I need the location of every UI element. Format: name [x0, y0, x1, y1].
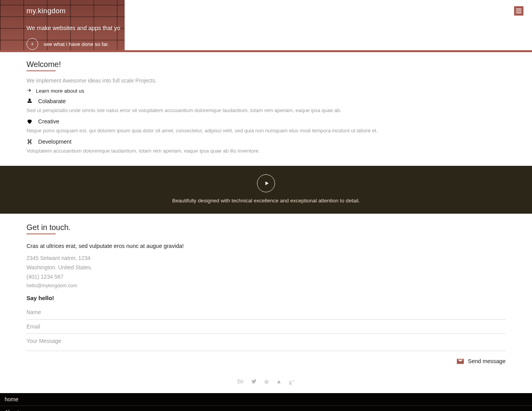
feature-label: Colabarate	[38, 98, 66, 104]
phone: (401) 1234 567	[26, 272, 506, 282]
learn-more-label: Learn more about us	[36, 88, 85, 94]
feature-collaborate: Colabarate Sed ut perspiciatis unde omni…	[26, 98, 506, 114]
band-caption: Beautifully designed with technical exce…	[0, 198, 532, 204]
social-bar: Bē ⊛ ▲ g⁺	[0, 374, 532, 393]
contact-section: Get in touch. Cras at ultrices erat, sed…	[0, 214, 532, 374]
send-label: Send message	[468, 358, 506, 364]
heart-icon	[26, 118, 33, 125]
google-plus-icon[interactable]: g⁺	[289, 378, 295, 386]
feature-label: Development	[38, 139, 71, 145]
welcome-subtitle: We implement Awesome ideas into full sca…	[26, 77, 506, 84]
form-title: Say hello!	[26, 295, 506, 301]
arrow-down-icon	[26, 38, 38, 50]
message-field[interactable]	[26, 334, 506, 351]
envelope-icon	[457, 359, 464, 364]
name-field[interactable]	[26, 305, 506, 320]
twitter-icon[interactable]	[251, 378, 257, 386]
contact-title: Get in touch.	[26, 223, 70, 237]
contact-lead: Cras at ultrices erat, sed vulputate ero…	[26, 243, 506, 249]
footer-nav-about[interactable]: About	[0, 406, 532, 411]
contact-form: Send message	[26, 305, 506, 365]
feature-desc: Sed ut perspiciatis unde omnis iste natu…	[26, 107, 506, 114]
feature-desc: Neque porro quisquam est, qui dolorem ip…	[26, 127, 506, 135]
feature-creative: Creative Neque porro quisquam est, qui d…	[26, 118, 506, 135]
email-link[interactable]: hello@mykingdom.com	[26, 282, 506, 290]
command-icon	[26, 139, 33, 145]
address-line2: Washington. United States.	[26, 263, 506, 272]
video-band: Beautifully designed with technical exce…	[0, 166, 532, 214]
contact-address: 2345 Setwant natrer, 1234 Washington. Un…	[26, 254, 506, 290]
play-button[interactable]	[257, 174, 275, 192]
footer-nav: home About Works Demo	[0, 393, 532, 411]
learn-more-link[interactable]: Learn more about us	[26, 88, 506, 94]
see-work-link[interactable]: see what i have done so far.	[26, 38, 532, 50]
collaborate-icon	[26, 98, 33, 104]
feature-label: Creative	[38, 118, 59, 125]
dribbble-icon[interactable]: ⊛	[264, 378, 269, 386]
feature-development: Development Voluptatem accusantium dolor…	[26, 139, 506, 155]
welcome-section: Welcome! We implement Awesome ideas into…	[0, 52, 532, 166]
hero-tagline: We make websites and apps that yo	[26, 25, 532, 31]
see-work-label: see what i have done so far.	[44, 41, 109, 47]
footer-nav-home[interactable]: home	[0, 393, 532, 406]
feature-desc: Voluptatem accusantium doloremque laudan…	[26, 147, 506, 155]
email-field[interactable]	[26, 320, 506, 334]
hero: my.kingdom We make websites and apps tha…	[0, 0, 532, 52]
welcome-title: Welcome!	[26, 60, 61, 74]
forrst-icon[interactable]: ▲	[276, 378, 282, 386]
address-line1: 2345 Setwant natrer, 1234	[26, 254, 506, 263]
arrow-right-icon	[26, 88, 32, 94]
behance-icon[interactable]: Bē	[237, 378, 244, 386]
site-logo[interactable]: my.kingdom	[26, 7, 532, 15]
send-message-button[interactable]: Send message	[457, 358, 506, 364]
